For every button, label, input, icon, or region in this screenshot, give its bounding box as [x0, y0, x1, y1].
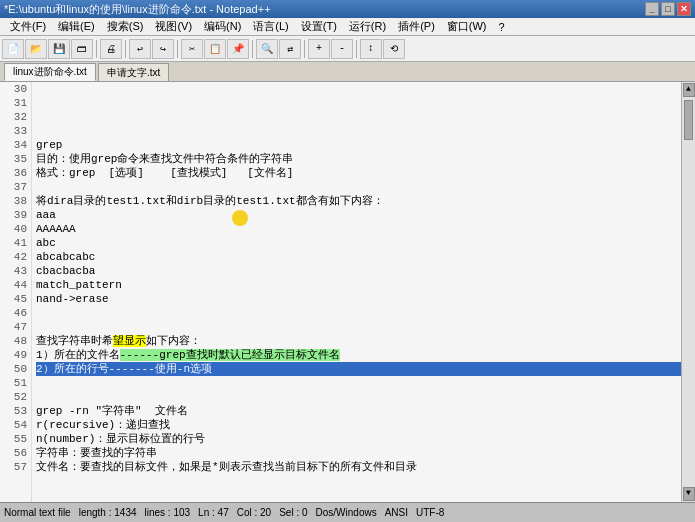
- line-number-35: 35: [0, 152, 27, 166]
- code-line-32: 目的：使用grep命令来查找文件中符合条件的字符串: [36, 152, 681, 166]
- line-number-57: 57: [0, 460, 27, 474]
- code-line-51: r(recursive)：递归查找: [36, 418, 681, 432]
- status-sel: Sel : 0: [279, 507, 307, 518]
- line-number-30: 30: [0, 82, 27, 96]
- line-number-45: 45: [0, 292, 27, 306]
- line-number-51: 51: [0, 376, 27, 390]
- toolbar-copy[interactable]: 📋: [204, 39, 226, 59]
- close-button[interactable]: ✕: [677, 2, 691, 16]
- code-line-48: [36, 376, 681, 390]
- toolbar-wrap[interactable]: ⟲: [383, 39, 405, 59]
- menu-plugins[interactable]: 插件(P): [392, 18, 441, 35]
- tab-linux-label: linux进阶命令.txt: [13, 65, 87, 79]
- code-line-43: [36, 306, 681, 320]
- code-line-35: 将dira目录的test1.txt和dirb目录的test1.txt都含有如下内…: [36, 194, 681, 208]
- line-number-42: 42: [0, 250, 27, 264]
- tab-shenqing[interactable]: 申请文字.txt: [98, 63, 169, 81]
- code-line-33: 格式：grep [选项] [查找模式] [文件名]: [36, 166, 681, 180]
- line-number-36: 36: [0, 166, 27, 180]
- menu-language[interactable]: 语言(L): [247, 18, 294, 35]
- menu-settings[interactable]: 设置(T): [295, 18, 343, 35]
- maximize-button[interactable]: □: [661, 2, 675, 16]
- status-ln: Ln : 47: [198, 507, 229, 518]
- status-length: length : 1434: [79, 507, 137, 518]
- line-number-44: 44: [0, 278, 27, 292]
- minimize-button[interactable]: _: [645, 2, 659, 16]
- status-left: Normal text file length : 1434 lines : 1…: [4, 507, 444, 518]
- toolbar-redo[interactable]: ↪: [152, 39, 174, 59]
- toolbar-sep4: [252, 40, 253, 58]
- code-line-30: [36, 124, 681, 138]
- code-line-46: 1）所在的文件名------grep查找时默认已经显示目标文件名: [36, 348, 681, 362]
- toolbar-print[interactable]: 🖨: [100, 39, 122, 59]
- code-line-39: abcabcabc: [36, 250, 681, 264]
- menu-help[interactable]: ?: [493, 18, 511, 35]
- toolbar-sep6: [356, 40, 357, 58]
- line-number-53: 53: [0, 404, 27, 418]
- scrollbar-vertical[interactable]: ▲ ▼: [681, 82, 695, 502]
- code-line-50: grep -rn "字符串" 文件名: [36, 404, 681, 418]
- menu-encode[interactable]: 编码(N): [198, 18, 247, 35]
- menu-view[interactable]: 视图(V): [149, 18, 198, 35]
- code-line-37: AAAAAA: [36, 222, 681, 236]
- toolbar-open[interactable]: 📂: [25, 39, 47, 59]
- code-line-56: [36, 488, 681, 502]
- editor-wrapper: 3031323334353637383940414243444546474849…: [0, 82, 695, 502]
- toolbar-cut[interactable]: ✂: [181, 39, 203, 59]
- toolbar: 📄 📂 💾 🗃 🖨 ↩ ↪ ✂ 📋 📌 🔍 ⇄ + - ↕ ⟲: [0, 36, 695, 62]
- line-number-46: 46: [0, 306, 27, 320]
- toolbar-replace[interactable]: ⇄: [279, 39, 301, 59]
- code-line-38: abc: [36, 236, 681, 250]
- menu-bar: 文件(F) 编辑(E) 搜索(S) 视图(V) 编码(N) 语言(L) 设置(T…: [0, 18, 695, 36]
- line-number-39: 39: [0, 208, 27, 222]
- toolbar-sep1: [96, 40, 97, 58]
- line-number-33: 33: [0, 124, 27, 138]
- toolbar-find[interactable]: 🔍: [256, 39, 278, 59]
- line-number-56: 56: [0, 446, 27, 460]
- code-line-52: n(number)：显示目标位置的行号: [36, 432, 681, 446]
- toolbar-zoom-out[interactable]: -: [331, 39, 353, 59]
- code-line-42: nand->erase: [36, 292, 681, 306]
- status-col: Col : 20: [237, 507, 271, 518]
- scrollbar-thumb[interactable]: [684, 100, 693, 140]
- code-line-53: 字符串：要查找的字符串: [36, 446, 681, 460]
- line-number-52: 52: [0, 390, 27, 404]
- tab-linux[interactable]: linux进阶命令.txt: [4, 63, 96, 81]
- code-line-45: 查找字符串时希望显示如下内容：: [36, 334, 681, 348]
- status-filetype: Normal text file: [4, 507, 71, 518]
- line-number-49: 49: [0, 348, 27, 362]
- line-number-32: 32: [0, 110, 27, 124]
- code-line-55: [36, 474, 681, 488]
- menu-run[interactable]: 运行(R): [343, 18, 392, 35]
- toolbar-new[interactable]: 📄: [2, 39, 24, 59]
- toolbar-saveall[interactable]: 🗃: [71, 39, 93, 59]
- toolbar-sep2: [125, 40, 126, 58]
- code-line-44: [36, 320, 681, 334]
- code-area[interactable]: grep目的：使用grep命令来查找文件中符合条件的字符串格式：grep [选项…: [32, 82, 681, 502]
- toolbar-paste[interactable]: 📌: [227, 39, 249, 59]
- title-bar: *E:\ubuntu和linux的使用\linux进阶命令.txt - Note…: [0, 0, 695, 18]
- toolbar-undo[interactable]: ↩: [129, 39, 151, 59]
- code-line-36: aaa: [36, 208, 681, 222]
- line-number-54: 54: [0, 418, 27, 432]
- menu-window[interactable]: 窗口(W): [441, 18, 493, 35]
- toolbar-sync[interactable]: ↕: [360, 39, 382, 59]
- toolbar-save[interactable]: 💾: [48, 39, 70, 59]
- line-number-34: 34: [0, 138, 27, 152]
- line-number-38: 38: [0, 194, 27, 208]
- code-line-54: 文件名：要查找的目标文件，如果是*则表示查找当前目标下的所有文件和目录: [36, 460, 681, 474]
- toolbar-zoom-in[interactable]: +: [308, 39, 330, 59]
- menu-file[interactable]: 文件(F): [4, 18, 52, 35]
- menu-search[interactable]: 搜索(S): [101, 18, 150, 35]
- line-number-50: 50: [0, 362, 27, 376]
- line-number-37: 37: [0, 180, 27, 194]
- toolbar-sep5: [304, 40, 305, 58]
- code-line-47: 2）所在的行号-------使用-n选项: [36, 362, 681, 376]
- menu-edit[interactable]: 编辑(E): [52, 18, 101, 35]
- line-number-55: 55: [0, 432, 27, 446]
- code-line-40: cbacbacba: [36, 264, 681, 278]
- tab-bar: linux进阶命令.txt 申请文字.txt: [0, 62, 695, 82]
- code-line-31: grep: [36, 138, 681, 152]
- line-number-43: 43: [0, 264, 27, 278]
- window-title: *E:\ubuntu和linux的使用\linux进阶命令.txt - Note…: [4, 2, 271, 17]
